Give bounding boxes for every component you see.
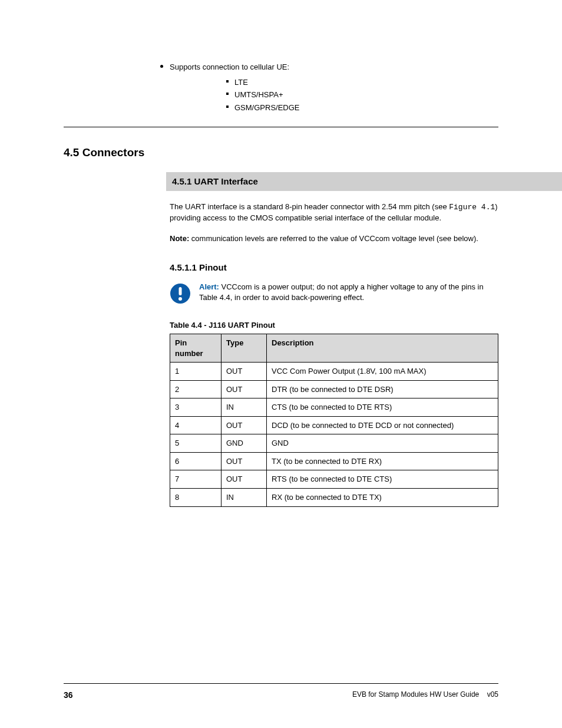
sub-bullet-item: GSM/GPRS/EDGE xyxy=(234,103,498,113)
top-bullet: Supports connection to cellular UE: LTE … xyxy=(170,62,498,113)
paragraph: The UART interface is a standard 8-pin h… xyxy=(170,202,498,223)
table-cell-type: OUT xyxy=(222,470,267,489)
table-row: 3INCTS (to be connected to DTE RTS) xyxy=(170,398,498,417)
alert-block: Alert: VCCcom is a power output; do not … xyxy=(170,282,498,307)
col-header-pin: Pin number xyxy=(170,334,222,363)
table-row: 5GNDGND xyxy=(170,434,498,453)
table-cell-pin: 2 xyxy=(170,380,222,398)
col-header-desc: Description xyxy=(267,334,498,363)
table-cell-desc: DCD (to be connected to DTE DCD or not c… xyxy=(267,416,498,434)
svg-rect-1 xyxy=(179,287,182,295)
text: The UART interface is a standard 8-pin h… xyxy=(170,202,449,211)
sub-bullet-text: LTE xyxy=(234,78,248,87)
table-row: 7OUTRTS (to be connected to DTE CTS) xyxy=(170,470,498,489)
table-row: 4OUTDCD (to be connected to DTE DCD or n… xyxy=(170,416,498,434)
table-cell-desc: TX (to be connected to DTE RX) xyxy=(267,452,498,470)
subsection-heading-band: 4.5.1 UART Interface xyxy=(166,172,562,191)
content-column: Supports connection to cellular UE: LTE … xyxy=(170,62,498,507)
table-cell-type: OUT xyxy=(222,416,267,434)
table-row: 1OUTVCC Com Power Output (1.8V, 100 mA M… xyxy=(170,363,498,381)
sub-bullet-text: GSM/GPRS/EDGE xyxy=(234,103,300,112)
footer-version: v05 xyxy=(487,690,498,699)
alert-text: Alert: VCCcom is a power output; do not … xyxy=(199,282,498,302)
sub-bullet-list: LTE UMTS/HSPA+ GSM/GPRS/EDGE xyxy=(234,77,498,113)
table-cell-type: OUT xyxy=(222,363,267,381)
page: Supports connection to cellular UE: LTE … xyxy=(0,0,562,728)
table-caption: Table 4.4 - J116 UART Pinout xyxy=(170,320,498,331)
table-cell-type: OUT xyxy=(222,380,267,398)
bullet-dot-icon xyxy=(160,65,163,68)
alert-label: Alert: xyxy=(199,282,219,291)
table-row: 8INRX (to be connected to DTE TX) xyxy=(170,488,498,506)
table-row: 6OUTTX (to be connected to DTE RX) xyxy=(170,452,498,470)
table-cell-pin: 5 xyxy=(170,434,222,453)
table-cell-pin: 4 xyxy=(170,416,222,434)
table-cell-desc: CTS (to be connected to DTE RTS) xyxy=(267,398,498,417)
alert-body-post: , in order to avoid back-powering effect… xyxy=(230,293,364,302)
table-cell-desc: GND xyxy=(267,434,498,453)
table-cell-type: IN xyxy=(222,398,267,417)
footer-divider xyxy=(64,683,498,684)
table-cell-pin: 7 xyxy=(170,470,222,489)
footer-doc-title: EVB for Stamp Modules HW User Guide xyxy=(352,690,479,699)
alert-body-pre: VCCcom is a power output; do not apply a… xyxy=(219,282,484,291)
pinout-table: Pin number Type Description 1OUTVCC Com … xyxy=(170,334,498,506)
table-cell-type: IN xyxy=(222,488,267,506)
sub-bullet-item: LTE xyxy=(234,77,498,88)
page-footer: 36 EVB for Stamp Modules HW User Guide v… xyxy=(64,683,498,701)
figure-reference: Figure 4.1 xyxy=(449,203,495,212)
table-cell-type: GND xyxy=(222,434,267,453)
table-cell-desc: DTR (to be connected to DTE DSR) xyxy=(267,380,498,398)
square-bullet-icon xyxy=(226,93,229,95)
page-number: 36 xyxy=(64,690,73,701)
table-cell-desc: RTS (to be connected to DTE CTS) xyxy=(267,470,498,489)
table-cell-pin: 6 xyxy=(170,452,222,470)
table-row: 2OUTDTR (to be connected to DTE DSR) xyxy=(170,380,498,398)
top-bullet-text: Supports connection to cellular UE: xyxy=(170,62,289,71)
svg-point-2 xyxy=(178,297,182,301)
section-divider xyxy=(64,127,498,127)
sub-subsection-heading: 4.5.1.1 Pinout xyxy=(170,262,498,274)
note-text: communication levels are referred to the… xyxy=(189,234,478,243)
square-bullet-icon xyxy=(226,80,229,83)
table-cell-pin: 3 xyxy=(170,398,222,417)
table-reference: Table 4.4 xyxy=(199,293,230,302)
table-header-row: Pin number Type Description xyxy=(170,334,498,363)
alert-icon xyxy=(170,283,191,307)
square-bullet-icon xyxy=(226,106,229,108)
table-cell-desc: RX (to be connected to DTE TX) xyxy=(267,488,498,506)
table-cell-type: OUT xyxy=(222,452,267,470)
sub-bullet-item: UMTS/HSPA+ xyxy=(234,90,498,100)
table-cell-pin: 8 xyxy=(170,488,222,506)
table-cell-pin: 1 xyxy=(170,363,222,381)
section-heading: 4.5 Connectors xyxy=(64,145,498,160)
table-cell-desc: VCC Com Power Output (1.8V, 100 mA MAX) xyxy=(267,363,498,381)
sub-bullet-text: UMTS/HSPA+ xyxy=(234,90,283,99)
note-paragraph: Note: communication levels are referred … xyxy=(170,233,498,244)
note-label: Note: xyxy=(170,234,189,243)
col-header-type: Type xyxy=(222,334,267,363)
